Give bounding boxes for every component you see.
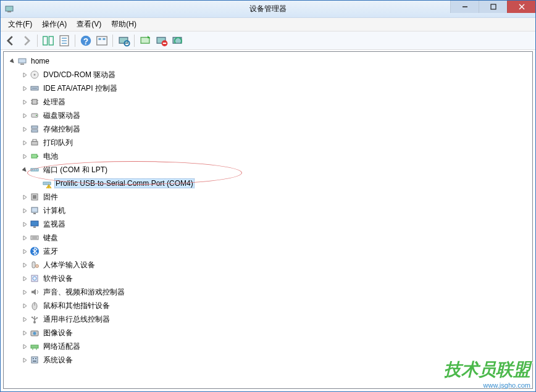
port-warn-icon: ! — [42, 178, 52, 188]
tree-node-label: 打印队列 — [42, 137, 74, 149]
svg-point-27 — [34, 74, 36, 76]
expander-expand[interactable] — [21, 85, 28, 92]
tree-node-label: Prolific USB-to-Serial Comm Port (COM4) — [54, 178, 195, 188]
expander-expand[interactable] — [21, 248, 28, 255]
tree-category[interactable]: 蓝牙 — [5, 244, 531, 258]
svg-rect-6 — [43, 36, 48, 45]
tree-category[interactable]: DVD/CD-ROM 驱动器 — [5, 68, 531, 81]
tree-category[interactable]: 系统设备 — [5, 353, 531, 367]
expander-collapse[interactable] — [9, 57, 16, 65]
tree-category[interactable]: 键盘 — [5, 231, 531, 244]
tree-node-label: 通用串行总线控制器 — [42, 314, 111, 325]
svg-point-72 — [31, 317, 33, 318]
disable-device-button[interactable] — [154, 33, 169, 48]
svg-point-50 — [48, 183, 49, 184]
ide-icon — [30, 83, 40, 93]
menu-action[interactable]: 操作(A) — [37, 18, 72, 31]
tree-category[interactable]: 存储控制器 — [5, 122, 531, 136]
expander-expand[interactable] — [21, 139, 28, 146]
tree-category[interactable]: 软件设备 — [5, 272, 531, 285]
tree-category[interactable]: 固件 — [5, 190, 531, 204]
tree-category[interactable]: 磁盘驱动器 — [5, 109, 531, 122]
tree-category[interactable]: 声音、视频和游戏控制器 — [5, 285, 531, 299]
expander-expand[interactable] — [21, 275, 28, 282]
toolbar: ? — [1, 31, 535, 50]
tree-category[interactable]: 处理器 — [5, 95, 531, 109]
expander-expand[interactable] — [21, 261, 28, 269]
toolbar-separator — [75, 35, 75, 47]
close-button[interactable] — [507, 1, 535, 13]
tree-category[interactable]: IDE ATA/ATAPI 控制器 — [5, 81, 531, 95]
tree-category[interactable]: 人体学输入设备 — [5, 258, 531, 272]
svg-rect-55 — [33, 213, 36, 214]
svg-rect-25 — [20, 64, 24, 65]
svg-rect-30 — [32, 99, 37, 104]
imaging-icon — [30, 328, 40, 338]
action-button[interactable] — [94, 33, 109, 48]
usb-icon — [30, 314, 40, 324]
expander-expand[interactable] — [21, 329, 28, 336]
expander-expand[interactable] — [21, 152, 28, 160]
tree-category[interactable]: 监视器 — [5, 217, 531, 231]
minimize-button[interactable] — [450, 1, 479, 13]
tree-category[interactable]: 通用串行总线控制器 — [5, 312, 531, 326]
expander-expand[interactable] — [21, 356, 28, 364]
svg-rect-15 — [99, 38, 101, 40]
tree-category[interactable]: 图像设备 — [5, 326, 531, 340]
tree-category[interactable]: 网络适配器 — [5, 340, 531, 353]
expander-expand[interactable] — [21, 220, 28, 228]
svg-rect-1 — [7, 11, 11, 12]
maximize-button[interactable] — [479, 1, 507, 13]
tree-category[interactable]: 电池 — [5, 149, 531, 163]
expander-expand[interactable] — [21, 315, 28, 323]
tree-node-label: 计算机 — [42, 205, 67, 217]
tree-category[interactable]: 计算机 — [5, 204, 531, 217]
hid-icon — [30, 260, 40, 270]
svg-rect-54 — [31, 207, 38, 212]
expander-expand[interactable] — [21, 98, 28, 106]
tree-category[interactable]: 打印队列 — [5, 136, 531, 149]
expander-expand[interactable] — [21, 71, 28, 78]
expander-collapse[interactable] — [21, 166, 28, 173]
device-tree-area[interactable]: homeDVD/CD-ROM 驱动器IDE ATA/ATAPI 控制器处理器磁盘… — [3, 51, 533, 389]
svg-rect-57 — [33, 227, 36, 228]
help-button[interactable]: ? — [78, 33, 93, 48]
tree-node-label: 图像设备 — [42, 327, 74, 339]
menu-view[interactable]: 查看(V) — [72, 18, 106, 31]
scan-hardware-button[interactable] — [116, 33, 131, 48]
menu-help[interactable]: 帮助(H) — [106, 18, 141, 31]
tree-category[interactable]: 鼠标和其他指针设备 — [5, 299, 531, 312]
keyboard-icon — [30, 233, 40, 243]
window-controls — [450, 1, 535, 13]
titlebar[interactable]: 设备管理器 — [1, 1, 535, 18]
forward-button[interactable] — [19, 33, 34, 48]
svg-rect-80 — [33, 358, 34, 359]
update-driver-button[interactable] — [170, 33, 185, 48]
svg-text:?: ? — [83, 36, 88, 46]
port-icon — [30, 165, 40, 175]
properties-button[interactable] — [57, 33, 72, 48]
tree-root-node[interactable]: home — [5, 54, 531, 68]
expander-expand[interactable] — [21, 193, 28, 201]
menu-file[interactable]: 文件(F) — [3, 18, 37, 31]
expander-expand[interactable] — [21, 125, 28, 133]
expander-expand[interactable] — [21, 288, 28, 296]
expander-expand[interactable] — [21, 343, 28, 350]
expander-expand[interactable] — [21, 234, 28, 241]
expander-expand[interactable] — [21, 207, 28, 214]
tree-node-label: DVD/CD-ROM 驱动器 — [42, 69, 117, 81]
svg-rect-7 — [49, 36, 53, 45]
tree-device[interactable]: !Prolific USB-to-Serial Comm Port (COM4) — [5, 177, 531, 190]
tree-node-label: 键盘 — [42, 232, 59, 244]
firmware-icon — [30, 192, 40, 202]
expander-expand[interactable] — [21, 112, 28, 119]
back-button[interactable] — [3, 33, 18, 48]
expander-expand[interactable] — [21, 302, 28, 309]
svg-point-46 — [36, 169, 37, 170]
tree-node-label: 人体学输入设备 — [42, 259, 96, 271]
svg-rect-14 — [97, 36, 107, 45]
svg-rect-42 — [37, 156, 38, 157]
enable-device-button[interactable] — [138, 33, 153, 48]
show-hide-console-button[interactable] — [41, 33, 56, 48]
tree-category[interactable]: 端口 (COM 和 LPT) — [5, 163, 531, 177]
